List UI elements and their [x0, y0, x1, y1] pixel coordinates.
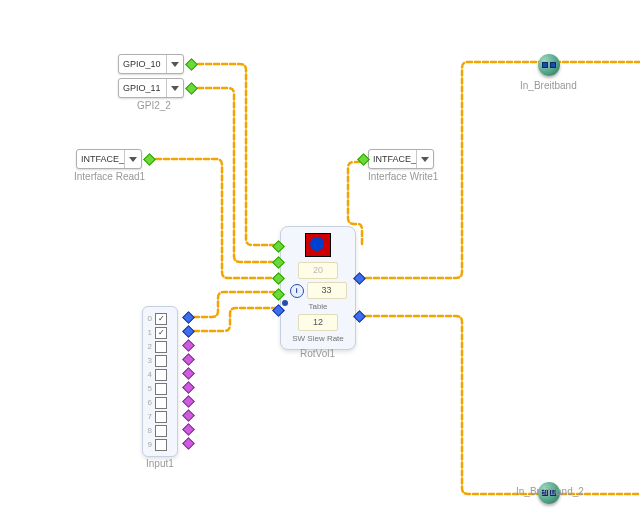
input-block[interactable]: 0✓1✓23456789: [142, 306, 178, 457]
input-row: 7: [147, 410, 173, 423]
input-checkbox[interactable]: ✓: [155, 327, 167, 339]
input-row: 9: [147, 438, 173, 451]
output-pin[interactable]: [182, 437, 195, 450]
external-port-icon[interactable]: [538, 54, 560, 76]
rotvol-block-label: RotVol1: [300, 348, 335, 359]
input-row-index: 8: [147, 426, 152, 435]
input-checkbox[interactable]: [155, 411, 167, 423]
chevron-down-icon: [166, 79, 183, 97]
interface-write-value: INTFACE_0: [369, 154, 416, 164]
input-row: 0✓: [147, 312, 173, 325]
input-checkbox[interactable]: [155, 425, 167, 437]
interface-read-select[interactable]: INTFACE_0: [76, 149, 142, 169]
rotvol-block[interactable]: 20 i 33 Table 12 SW Slew Rate: [280, 226, 356, 350]
output-pin[interactable]: [182, 353, 195, 366]
external-port-label-1: In_Breitband: [520, 80, 577, 91]
output-pin[interactable]: [182, 367, 195, 380]
gpio-select-0[interactable]: GPIO_10: [118, 54, 184, 74]
input-row: 2: [147, 340, 173, 353]
input-block-label: Input1: [146, 458, 174, 469]
interface-read-label: Interface Read1: [74, 171, 145, 182]
input-checkbox[interactable]: [155, 383, 167, 395]
gpio-select-1[interactable]: GPIO_11: [118, 78, 184, 98]
gpio-select-1-value: GPIO_11: [119, 83, 166, 93]
output-pin[interactable]: [143, 153, 156, 166]
output-pin[interactable]: [182, 339, 195, 352]
input-row-index: 6: [147, 398, 152, 407]
chevron-down-icon: [416, 150, 433, 168]
output-pin[interactable]: [182, 423, 195, 436]
input-checkbox[interactable]: [155, 439, 167, 451]
chevron-down-icon: [166, 55, 183, 73]
output-pin[interactable]: [185, 82, 198, 95]
output-pin[interactable]: [182, 395, 195, 408]
external-port-label-2: In_Breitband_2: [516, 486, 584, 497]
output-pin[interactable]: [182, 325, 195, 338]
input-checkbox[interactable]: [155, 355, 167, 367]
chevron-down-icon: [124, 150, 141, 168]
input-row: 1✓: [147, 326, 173, 339]
output-pin[interactable]: [182, 409, 195, 422]
input-row-index: 7: [147, 412, 152, 421]
input-row-index: 5: [147, 384, 152, 393]
output-pin[interactable]: [185, 58, 198, 71]
input-checkbox[interactable]: [155, 341, 167, 353]
input-row-index: 4: [147, 370, 152, 379]
input-row-index: 2: [147, 342, 152, 351]
input-checkbox[interactable]: ✓: [155, 313, 167, 325]
input-row-index: 3: [147, 356, 152, 365]
gpio-select-0-value: GPIO_10: [119, 59, 166, 69]
interface-write-label: Interface Write1: [368, 171, 438, 182]
rotvol-field-1[interactable]: 20: [298, 262, 338, 279]
info-icon[interactable]: i: [290, 284, 304, 298]
input-row: 6: [147, 396, 173, 409]
output-pin[interactable]: [182, 311, 195, 324]
input-row-index: 9: [147, 440, 152, 449]
rotvol-field-4[interactable]: 12: [298, 314, 338, 331]
interface-write-select[interactable]: INTFACE_0: [368, 149, 434, 169]
input-row: 3: [147, 354, 173, 367]
input-checkbox[interactable]: [155, 397, 167, 409]
input-row: 4: [147, 368, 173, 381]
rotvol-field-2[interactable]: 33: [307, 282, 347, 299]
interface-read-value: INTFACE_0: [77, 154, 124, 164]
input-row: 5: [147, 382, 173, 395]
rotvol-table-label: Table: [308, 302, 327, 311]
input-checkbox[interactable]: [155, 369, 167, 381]
rotary-encoder-icon: [305, 233, 331, 257]
gpi-block-label: GPI2_2: [137, 100, 171, 111]
input-row-index: 0: [147, 314, 152, 323]
output-pin[interactable]: [182, 381, 195, 394]
input-row-index: 1: [147, 328, 152, 337]
dot-marker: [282, 300, 288, 306]
input-row: 8: [147, 424, 173, 437]
rotvol-slew-label: SW Slew Rate: [292, 334, 344, 343]
